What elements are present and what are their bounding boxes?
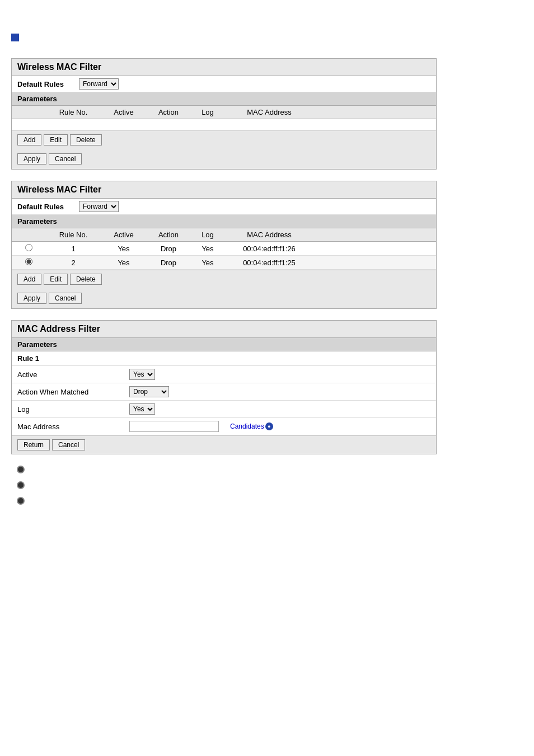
section3-title: MAC Address Filter bbox=[12, 321, 436, 338]
col-action: Action bbox=[146, 106, 191, 119]
table-row: 2 Yes Drop Yes 00:04:ed:ff:f1:25 bbox=[12, 256, 436, 270]
section1-add-button[interactable]: Add bbox=[17, 134, 41, 145]
section2-default-rules-select[interactable]: Forward Drop bbox=[79, 201, 119, 212]
blue-square-icon bbox=[11, 34, 19, 41]
row1-active: Yes bbox=[101, 242, 146, 255]
col-log: Log bbox=[191, 106, 224, 119]
wireless-mac-filter-section-2: Wireless MAC Filter Default Rules Forwar… bbox=[11, 181, 437, 309]
row2-radio-cell[interactable] bbox=[12, 256, 45, 269]
mac-address-input[interactable] bbox=[129, 421, 219, 432]
row1-action: Drop bbox=[146, 242, 191, 255]
col-active: Active bbox=[101, 228, 146, 241]
section1-delete-button[interactable]: Delete bbox=[70, 134, 102, 145]
bullet-item-1 bbox=[17, 466, 25, 473]
section2-parameters-label: Parameters bbox=[12, 215, 436, 228]
row2-log: Yes bbox=[191, 256, 224, 269]
row1-log: Yes bbox=[191, 242, 224, 255]
mac-address-row: Mac Address Candidates ● bbox=[12, 418, 436, 435]
section2-button-row: Add Edit Delete bbox=[12, 270, 436, 288]
section1-default-rules-select[interactable]: Forward Drop bbox=[79, 78, 119, 90]
section3-cancel-button[interactable]: Cancel bbox=[52, 439, 85, 450]
row1-radio-cell[interactable] bbox=[12, 242, 45, 255]
section2-add-button[interactable]: Add bbox=[17, 274, 41, 285]
row1-rule-no: 1 bbox=[45, 242, 101, 255]
col-mac: MAC Address bbox=[224, 228, 314, 241]
log-select[interactable]: Yes No bbox=[129, 403, 155, 415]
col-mac: MAC Address bbox=[224, 106, 314, 119]
log-row: Log Yes No bbox=[12, 401, 436, 418]
bullet-list bbox=[11, 466, 523, 505]
action-label: Action When Matched bbox=[17, 388, 129, 396]
section3-parameters-label: Parameters bbox=[12, 338, 436, 351]
section1-button-row: Add Edit Delete bbox=[12, 130, 436, 149]
section3-button-row: Return Cancel bbox=[12, 435, 436, 454]
section2-default-rules-row: Default Rules Forward Drop bbox=[12, 199, 436, 215]
bullet-item-2 bbox=[17, 481, 25, 489]
row1-mac: 00:04:ed:ff:f1:26 bbox=[224, 242, 314, 255]
action-select[interactable]: Drop Forward bbox=[129, 386, 169, 397]
section3-return-button[interactable]: Return bbox=[17, 439, 50, 450]
log-label: Log bbox=[17, 405, 129, 414]
active-label: Active bbox=[17, 370, 129, 379]
col-action: Action bbox=[146, 228, 191, 241]
section1-default-rules-row: Default Rules Forward Drop bbox=[12, 76, 436, 92]
row2-mac: 00:04:ed:ff:f1:25 bbox=[224, 256, 314, 269]
row2-radio[interactable] bbox=[25, 258, 32, 265]
col-rule-no: Rule No. bbox=[45, 228, 101, 241]
mac-address-filter-section: MAC Address Filter Parameters Rule 1 Act… bbox=[11, 320, 437, 454]
candidates-label: Candidates bbox=[230, 422, 264, 430]
section1-parameters-label: Parameters bbox=[12, 92, 436, 106]
section1-default-rules-label: Default Rules bbox=[17, 80, 79, 88]
bullet-item-3 bbox=[17, 497, 25, 505]
section2-apply-row: Apply Cancel bbox=[12, 288, 436, 308]
section2-edit-button[interactable]: Edit bbox=[44, 274, 68, 285]
section1-apply-button[interactable]: Apply bbox=[17, 153, 46, 165]
col-log: Log bbox=[191, 228, 224, 241]
active-value: Yes No bbox=[129, 369, 155, 380]
row2-rule-no: 2 bbox=[45, 256, 101, 269]
section2-table-header: Rule No. Active Action Log MAC Address bbox=[12, 228, 436, 242]
active-select[interactable]: Yes No bbox=[129, 369, 155, 380]
section1-title: Wireless MAC Filter bbox=[12, 59, 436, 76]
col-active: Active bbox=[101, 106, 146, 119]
col-radio bbox=[12, 106, 45, 119]
section1-cancel-button[interactable]: Cancel bbox=[49, 153, 82, 165]
section2-delete-button[interactable]: Delete bbox=[70, 274, 102, 285]
candidates-link[interactable]: Candidates ● bbox=[230, 422, 273, 430]
col-rule-no: Rule No. bbox=[45, 106, 101, 119]
section3-rule-label: Rule 1 bbox=[12, 351, 436, 366]
row2-action: Drop bbox=[146, 256, 191, 269]
section1-table-header: Rule No. Active Action Log MAC Address bbox=[12, 106, 436, 119]
candidates-icon: ● bbox=[265, 422, 273, 430]
section2-apply-button[interactable]: Apply bbox=[17, 293, 46, 304]
action-row: Action When Matched Drop Forward bbox=[12, 383, 436, 401]
row1-radio[interactable] bbox=[25, 244, 32, 251]
section2-default-rules-label: Default Rules bbox=[17, 203, 79, 211]
action-value: Drop Forward bbox=[129, 386, 169, 397]
col-radio bbox=[12, 228, 45, 241]
row2-active: Yes bbox=[101, 256, 146, 269]
section2-title: Wireless MAC Filter bbox=[12, 181, 436, 199]
section1-edit-button[interactable]: Edit bbox=[44, 134, 68, 145]
mac-address-label: Mac Address bbox=[17, 422, 129, 431]
log-value: Yes No bbox=[129, 403, 155, 415]
section1-apply-row: Apply Cancel bbox=[12, 149, 436, 169]
wireless-mac-filter-section-1: Wireless MAC Filter Default Rules Forwar… bbox=[11, 58, 437, 170]
section2-cancel-button[interactable]: Cancel bbox=[49, 293, 82, 304]
active-row: Active Yes No bbox=[12, 366, 436, 383]
table-row: 1 Yes Drop Yes 00:04:ed:ff:f1:26 bbox=[12, 242, 436, 256]
section1-empty-table bbox=[12, 119, 436, 130]
